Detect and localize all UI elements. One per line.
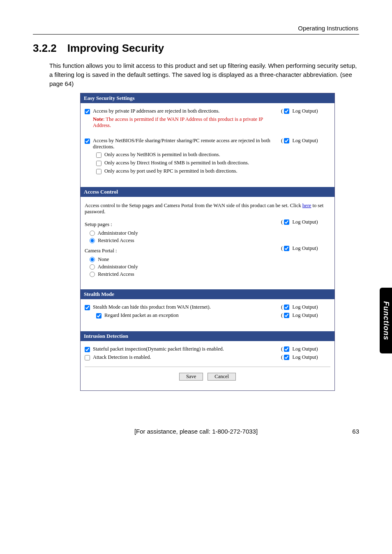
log-output-2: ( Log Output) <box>281 138 330 144</box>
set-password-link[interactable]: here <box>302 203 311 208</box>
netbios-sub1-label: Only access by NetBIOS is permitted in b… <box>104 152 330 158</box>
setup-pages-label: Setup pages : <box>85 222 281 228</box>
access-control-intro: Access control to the Setup pages and Ca… <box>85 203 330 215</box>
log-output-5-checkbox[interactable] <box>284 305 289 310</box>
netbios-sub3-label: Only access by port used by RPC is permi… <box>104 168 330 174</box>
camera-none-label: None <box>98 256 109 262</box>
section-number: 3.2.2 <box>33 42 57 54</box>
log-output-6: ( Log Output) <box>281 312 330 319</box>
spi-label: Stateful packet inspection(Dynamic packe… <box>93 346 281 352</box>
section-title-text: Improving Security <box>67 42 164 54</box>
netbios-sub3-checkbox[interactable] <box>96 169 101 174</box>
reject-private-ip-checkbox[interactable] <box>85 109 90 114</box>
log-output-3: ( Log Output) <box>281 219 330 225</box>
reject-netbios-checkbox[interactable] <box>85 138 90 144</box>
log-output-7-checkbox[interactable] <box>284 346 289 352</box>
footer-assist: [For assistance, please call: 1-800-272-… <box>49 428 343 435</box>
side-tab-functions: Functions <box>380 288 392 353</box>
spi-checkbox[interactable] <box>85 347 90 352</box>
camera-none-radio[interactable] <box>90 257 95 262</box>
log-output-1-checkbox[interactable] <box>284 108 289 114</box>
stealth-mode-label: Stealth Mode can hide this product from … <box>93 304 281 310</box>
cancel-button[interactable]: Cancel <box>208 373 236 381</box>
log-output-4: ( Log Output) <box>281 245 330 252</box>
reject-netbios-label: Access by NetBIOS/File sharing/Printer s… <box>93 138 281 150</box>
note-prefix: Note <box>93 116 103 122</box>
save-button[interactable]: Save <box>179 373 203 381</box>
log-output-3-checkbox[interactable] <box>284 219 289 225</box>
reject-private-ip-label: Access by private IP addresses are rejec… <box>93 108 281 114</box>
section-heading: 3.2.2Improving Security <box>33 42 359 55</box>
netbios-sub1-checkbox[interactable] <box>96 152 101 158</box>
log-output-7: ( Log Output) <box>281 346 330 352</box>
attack-detection-checkbox[interactable] <box>85 355 90 360</box>
attack-detection-label: Attack Detection is enabled. <box>93 354 281 360</box>
log-output-6-checkbox[interactable] <box>284 313 289 318</box>
intro-paragraph: This function allows you to limit access… <box>33 61 359 88</box>
log-output-8: ( Log Output) <box>281 354 330 360</box>
note-body-line: : The access is permitted if the WAN IP … <box>93 116 263 128</box>
header-rule <box>33 34 359 35</box>
stealth-mode-checkbox[interactable] <box>85 305 90 310</box>
camera-admin-label: Administrator Only <box>97 264 138 270</box>
camera-restricted-radio[interactable] <box>90 272 95 277</box>
easy-security-header: Easy Security Settings <box>81 93 334 103</box>
access-control-header: Access Control <box>81 187 334 197</box>
ident-exception-checkbox[interactable] <box>96 313 101 319</box>
setup-restricted-label: Restricted Access <box>98 238 134 243</box>
log-output-8-checkbox[interactable] <box>284 355 289 360</box>
netbios-sub2-label: Only access by Direct Hosting of SMB is … <box>104 160 330 166</box>
ident-exception-label: Regard Ident packet as an exception <box>104 312 281 319</box>
stealth-mode-header: Stealth Mode <box>81 289 334 299</box>
camera-restricted-label: Restricted Access <box>98 271 134 277</box>
log-output-4-checkbox[interactable] <box>284 246 289 251</box>
netbios-sub2-checkbox[interactable] <box>96 161 101 166</box>
setup-admin-label: Administrator Only <box>97 230 138 236</box>
log-output-5: ( Log Output) <box>281 304 330 310</box>
setup-admin-radio[interactable] <box>90 231 95 236</box>
log-output-2-checkbox[interactable] <box>284 138 289 143</box>
intrusion-detection-header: Intrusion Detection <box>81 331 334 341</box>
page-number: 63 <box>343 428 359 435</box>
log-output-1: ( Log Output) <box>281 108 330 114</box>
setup-restricted-radio[interactable] <box>90 238 95 243</box>
settings-screenshot: Easy Security Settings Access by private… <box>80 93 335 391</box>
camera-portal-label: Camera Portal : <box>85 248 281 254</box>
camera-admin-radio[interactable] <box>90 264 95 270</box>
page-header-right: Operating Instructions <box>33 25 359 32</box>
